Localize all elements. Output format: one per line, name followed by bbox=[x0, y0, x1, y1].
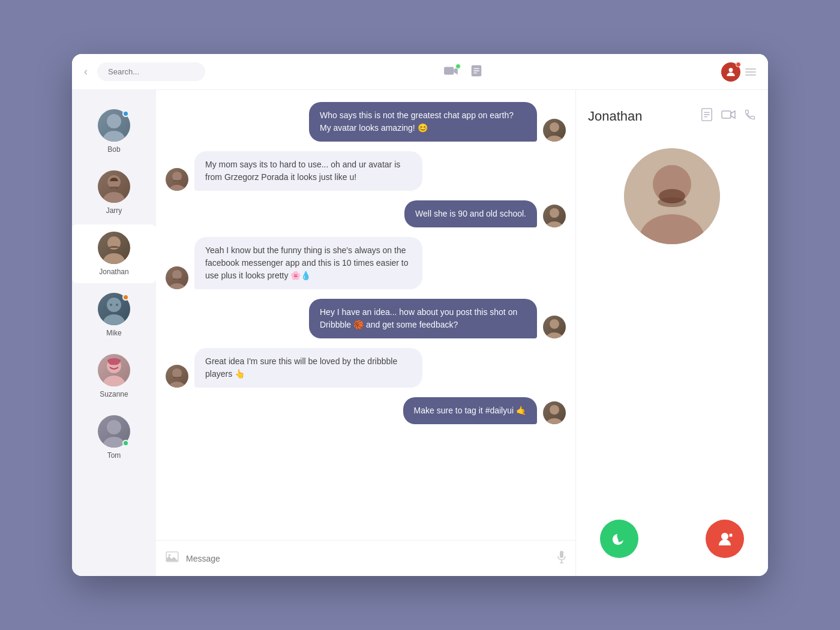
message-avatar-4 bbox=[166, 266, 188, 289]
mike-avatar-wrap bbox=[98, 293, 130, 325]
jonathan-name: Jonathan bbox=[99, 268, 128, 276]
message-row-7: Make sure to tag it #dailyui 🤙 bbox=[166, 397, 566, 424]
call-buttons bbox=[588, 520, 756, 558]
decline-call-button[interactable] bbox=[706, 520, 744, 558]
contact-name: Jonathan bbox=[588, 109, 643, 124]
suzanne-avatar bbox=[98, 354, 130, 386]
svg-point-14 bbox=[103, 314, 125, 325]
jarry-name: Jarry bbox=[106, 206, 122, 215]
svg-point-13 bbox=[107, 298, 121, 312]
message-input[interactable] bbox=[186, 554, 550, 563]
svg-point-24 bbox=[169, 185, 185, 191]
back-button[interactable]: ‹ bbox=[84, 65, 88, 78]
user-avatar-wrap[interactable] bbox=[721, 62, 740, 82]
menu-line-1 bbox=[745, 68, 756, 70]
svg-point-33 bbox=[172, 368, 182, 378]
jonathan-avatar-wrap bbox=[98, 232, 130, 264]
svg-point-22 bbox=[546, 136, 563, 142]
svg-point-16 bbox=[116, 304, 118, 306]
sidebar-item-jonathan[interactable]: Jonathan bbox=[72, 224, 156, 283]
message-avatar-7 bbox=[543, 401, 566, 424]
sidebar: Bob Jarry Jonathan bbox=[72, 90, 156, 576]
svg-rect-35 bbox=[173, 377, 181, 378]
message-bubble-3: Well she is 90 and old school. bbox=[404, 200, 537, 227]
contact-actions bbox=[701, 108, 756, 124]
svg-point-34 bbox=[169, 382, 185, 388]
mike-name: Mike bbox=[106, 329, 121, 337]
app-window: ‹ bbox=[72, 54, 768, 576]
sidebar-item-suzanne[interactable]: Suzanne bbox=[72, 347, 156, 406]
message-input-bar bbox=[156, 540, 575, 576]
svg-point-7 bbox=[103, 131, 125, 142]
svg-point-21 bbox=[550, 122, 559, 132]
bob-avatar-wrap bbox=[98, 109, 130, 142]
sidebar-item-tom[interactable]: Tom bbox=[72, 408, 156, 467]
svg-point-29 bbox=[169, 283, 185, 289]
mike-status-dot bbox=[122, 294, 129, 301]
sidebar-item-jarry[interactable]: Jarry bbox=[72, 163, 156, 222]
svg-point-32 bbox=[546, 332, 563, 338]
jarry-avatar-wrap bbox=[98, 170, 130, 203]
search-input[interactable] bbox=[97, 62, 205, 81]
suzanne-avatar-wrap bbox=[98, 354, 130, 386]
svg-point-53 bbox=[721, 533, 728, 540]
menu-line-3 bbox=[745, 74, 756, 76]
right-panel: Jonathan bbox=[576, 90, 768, 576]
svg-point-39 bbox=[169, 554, 171, 557]
svg-point-8 bbox=[107, 175, 121, 188]
file-icon[interactable] bbox=[701, 108, 713, 124]
bob-name: Bob bbox=[107, 145, 120, 154]
svg-point-6 bbox=[107, 114, 121, 128]
message-bubble-1: Who says this is not the greatest chat a… bbox=[309, 102, 537, 142]
svg-point-52 bbox=[658, 197, 686, 207]
svg-rect-25 bbox=[173, 180, 181, 181]
message-avatar-1 bbox=[543, 119, 566, 142]
svg-point-12 bbox=[103, 253, 125, 264]
message-row-4: Yeah I know but the funny thing is she's… bbox=[166, 237, 566, 289]
message-bubble-6: Great idea I'm sure this will be loved b… bbox=[194, 348, 422, 388]
video-call-icon[interactable] bbox=[721, 109, 736, 123]
top-right bbox=[721, 62, 756, 82]
message-bubble-7: Make sure to tag it #dailyui 🤙 bbox=[403, 397, 537, 424]
bob-status-dot bbox=[122, 110, 129, 117]
sidebar-item-mike[interactable]: Mike bbox=[72, 286, 156, 344]
svg-point-27 bbox=[546, 221, 563, 227]
suzanne-name: Suzanne bbox=[100, 390, 128, 398]
svg-point-23 bbox=[172, 172, 182, 181]
svg-point-19 bbox=[107, 420, 121, 434]
svg-point-26 bbox=[550, 208, 559, 218]
note-icon-wrap[interactable] bbox=[470, 64, 483, 80]
message-bubble-4: Yeah I know but the funny thing is she's… bbox=[194, 237, 422, 289]
phone-icon[interactable] bbox=[744, 109, 756, 124]
answer-call-button[interactable] bbox=[600, 520, 638, 558]
svg-rect-10 bbox=[110, 187, 118, 188]
video-camera-badge bbox=[455, 64, 461, 69]
message-bubble-2: My mom says its to hard to use... oh and… bbox=[194, 151, 422, 191]
svg-point-18 bbox=[103, 376, 125, 386]
sidebar-item-bob[interactable]: Bob bbox=[72, 102, 156, 161]
note-icon bbox=[470, 64, 483, 77]
svg-rect-40 bbox=[560, 551, 563, 558]
svg-rect-0 bbox=[444, 67, 454, 74]
menu-icon[interactable] bbox=[745, 68, 756, 76]
message-row-5: Hey I have an idea... how about you post… bbox=[166, 299, 566, 338]
microphone-icon[interactable] bbox=[557, 550, 566, 566]
message-row-1: Who says this is not the greatest chat a… bbox=[166, 102, 566, 142]
message-avatar-3 bbox=[543, 205, 566, 227]
svg-point-5 bbox=[729, 68, 733, 72]
video-camera-icon-wrap[interactable] bbox=[443, 65, 459, 79]
svg-rect-30 bbox=[173, 278, 181, 280]
svg-point-36 bbox=[550, 405, 559, 415]
user-badge bbox=[736, 62, 741, 67]
menu-line-2 bbox=[745, 71, 756, 73]
svg-rect-47 bbox=[722, 111, 731, 118]
messages-list: Who says this is not the greatest chat a… bbox=[156, 90, 575, 540]
svg-point-15 bbox=[110, 304, 112, 306]
top-center-icons bbox=[205, 64, 721, 80]
image-attach-icon[interactable] bbox=[166, 551, 179, 565]
svg-point-9 bbox=[103, 192, 125, 203]
tom-avatar-wrap bbox=[98, 415, 130, 448]
main-content: Bob Jarry Jonathan bbox=[72, 90, 768, 576]
message-row-3: Well she is 90 and old school. bbox=[166, 200, 566, 227]
jonathan-avatar bbox=[98, 232, 130, 264]
